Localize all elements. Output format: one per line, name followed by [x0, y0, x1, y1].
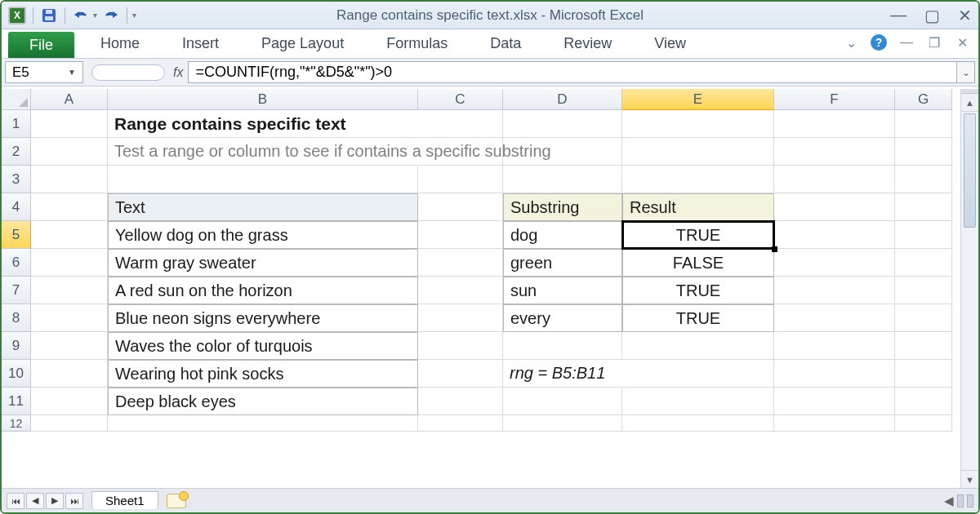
cell[interactable]: [31, 304, 108, 332]
cell[interactable]: [622, 388, 774, 415]
expand-formula-bar-icon[interactable]: ⌄: [957, 61, 975, 83]
scroll-up-button[interactable]: ▲: [961, 94, 978, 112]
col-header-d[interactable]: D: [503, 89, 622, 110]
row-header[interactable]: 4: [2, 193, 31, 221]
row-header[interactable]: 9: [2, 332, 31, 360]
cell[interactable]: [895, 277, 952, 304]
cell[interactable]: [418, 277, 503, 304]
cell[interactable]: [622, 415, 774, 432]
vertical-scrollbar[interactable]: ▲ ▼: [960, 89, 978, 488]
name-box[interactable]: E5 ▼: [5, 61, 83, 83]
formula-input[interactable]: =COUNTIF(rng,"*"&D5&"*")>0: [188, 61, 957, 83]
scroll-thumb[interactable]: [964, 113, 976, 228]
result-cell[interactable]: FALSE: [622, 249, 774, 277]
row-header[interactable]: 6: [2, 249, 31, 277]
cell[interactable]: [774, 304, 895, 332]
cell[interactable]: [31, 110, 108, 138]
cell[interactable]: [622, 138, 774, 166]
tab-formulas[interactable]: Formulas: [365, 29, 469, 58]
cell[interactable]: [895, 193, 952, 221]
cell[interactable]: [774, 415, 895, 432]
workbook-minimize-icon[interactable]: ―: [898, 34, 915, 51]
tab-review[interactable]: Review: [542, 29, 633, 58]
col-header-g[interactable]: G: [895, 89, 952, 110]
cell[interactable]: [31, 388, 108, 415]
tab-insert[interactable]: Insert: [161, 29, 240, 58]
file-tab[interactable]: File: [8, 32, 74, 58]
cell[interactable]: [895, 388, 952, 415]
cell[interactable]: [895, 415, 952, 432]
next-sheet-button[interactable]: ▶: [46, 493, 64, 509]
cell[interactable]: [895, 332, 952, 360]
cell[interactable]: [774, 193, 895, 221]
col-header-e[interactable]: E: [622, 89, 774, 110]
cell[interactable]: [503, 166, 622, 193]
tab-view[interactable]: View: [633, 29, 707, 58]
cell[interactable]: [31, 332, 108, 360]
cell[interactable]: [503, 332, 622, 360]
row-header[interactable]: 5: [2, 221, 31, 249]
result-cell[interactable]: TRUE: [622, 277, 774, 304]
workbook-close-icon[interactable]: ✕: [954, 34, 970, 51]
cell[interactable]: [895, 166, 952, 193]
row-header[interactable]: 3: [2, 166, 31, 193]
col-header-f[interactable]: F: [774, 89, 895, 110]
cell[interactable]: [774, 332, 895, 360]
cell[interactable]: [31, 277, 108, 304]
scroll-down-button[interactable]: ▼: [961, 470, 978, 488]
cell[interactable]: [418, 332, 503, 360]
cell[interactable]: [31, 249, 108, 277]
cell[interactable]: [622, 110, 774, 138]
help-icon[interactable]: ?: [871, 34, 887, 51]
col-header-b[interactable]: B: [108, 89, 418, 110]
cell[interactable]: [108, 166, 418, 193]
cell[interactable]: [31, 166, 108, 193]
cell[interactable]: [31, 193, 108, 221]
cell[interactable]: [774, 388, 895, 415]
cell[interactable]: [31, 138, 108, 166]
cell[interactable]: [418, 360, 503, 388]
prev-sheet-button[interactable]: ◀: [26, 493, 44, 509]
cell[interactable]: [622, 166, 774, 193]
cell[interactable]: [895, 221, 952, 249]
last-sheet-button[interactable]: ⏭: [65, 493, 83, 509]
title-cell[interactable]: Range contains specific text: [108, 110, 418, 138]
cell[interactable]: [418, 166, 503, 193]
cell[interactable]: [895, 249, 952, 277]
cell[interactable]: [774, 110, 895, 138]
cell[interactable]: [108, 415, 418, 432]
fx-icon[interactable]: fx: [173, 65, 183, 80]
row-header[interactable]: 1: [2, 110, 31, 138]
text-cell[interactable]: Waves the color of turquois: [108, 332, 418, 360]
cell[interactable]: [895, 304, 952, 332]
cell[interactable]: [895, 138, 952, 166]
cell[interactable]: [418, 249, 503, 277]
cell[interactable]: [418, 388, 503, 415]
cell[interactable]: [418, 221, 503, 249]
row-header[interactable]: 7: [2, 277, 31, 304]
cells-area[interactable]: 1 Range contains specific text 2 Test a …: [2, 110, 960, 488]
text-cell[interactable]: A red sun on the horizon: [108, 277, 418, 304]
new-sheet-button[interactable]: [167, 494, 186, 508]
cell[interactable]: [503, 388, 622, 415]
cell[interactable]: [31, 221, 108, 249]
fill-handle[interactable]: [772, 246, 777, 252]
minimize-ribbon-icon[interactable]: ⌄: [843, 34, 859, 51]
sheet-tab[interactable]: Sheet1: [91, 491, 158, 509]
substring-cell[interactable]: green: [503, 249, 622, 277]
cell[interactable]: [895, 110, 952, 138]
col-header-c[interactable]: C: [418, 89, 503, 110]
text-cell[interactable]: Warm gray sweater: [108, 249, 418, 277]
subtitle-cell[interactable]: Test a range or column to see if contain…: [108, 138, 418, 166]
result-cell[interactable]: TRUE: [622, 304, 774, 332]
cell[interactable]: [418, 193, 503, 221]
cell[interactable]: [622, 332, 774, 360]
cell[interactable]: [31, 360, 108, 388]
result-header-cell[interactable]: Result: [622, 193, 774, 221]
substring-cell[interactable]: every: [503, 304, 622, 332]
tab-home[interactable]: Home: [79, 29, 161, 58]
cell[interactable]: [895, 360, 952, 388]
row-header[interactable]: 8: [2, 304, 31, 332]
cell[interactable]: [31, 415, 108, 432]
cell[interactable]: [774, 166, 895, 193]
